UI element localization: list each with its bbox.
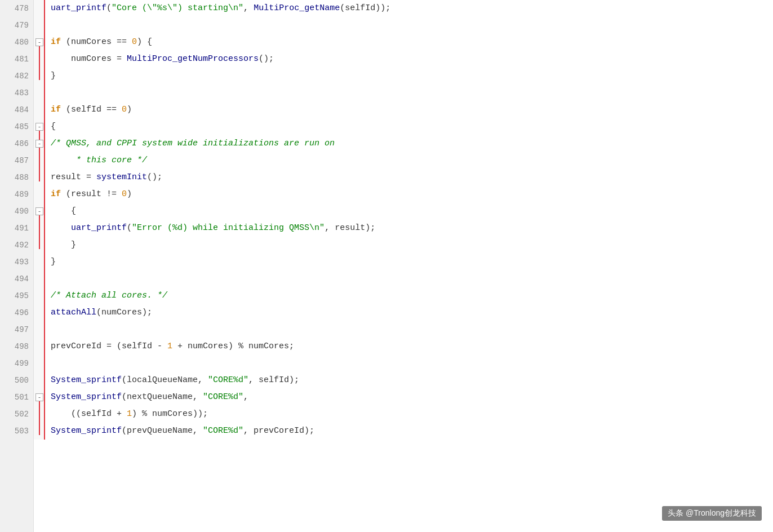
- token-kw: if: [51, 34, 61, 51]
- code-line: attachAll(numCores);: [51, 304, 773, 321]
- line-number: 492: [0, 237, 29, 254]
- code-line: /* QMSS, and CPPI system wide initializa…: [51, 135, 773, 152]
- line-number: 490: [0, 203, 29, 220]
- token-num: 0: [132, 34, 137, 51]
- code-line: if (result != 0): [51, 186, 773, 203]
- token-str: "Core (\": [112, 0, 157, 17]
- fold-marker[interactable]: -: [35, 140, 43, 148]
- token-plain: {: [51, 203, 76, 220]
- line-number: 500: [0, 372, 29, 389]
- fold-line: [39, 401, 40, 435]
- line-number: 485: [0, 118, 29, 135]
- watermark: 头条 @Tronlong创龙科技: [662, 506, 762, 521]
- token-cm: /* QMSS, and CPPI system wide initializa…: [51, 135, 335, 152]
- token-fn: attachAll: [51, 304, 96, 321]
- token-fn: MultiProc_getNumProcessors: [127, 51, 259, 68]
- code-line: [51, 85, 773, 101]
- token-plain: (numCores ==: [61, 34, 132, 51]
- line-number: 484: [0, 101, 29, 118]
- token-plain: ) % numCores));: [132, 406, 208, 423]
- code-line: if (selfId == 0): [51, 101, 773, 118]
- code-line: uart_printf("Core (\"%s\") starting\n", …: [51, 0, 773, 17]
- line-number: 498: [0, 338, 29, 355]
- fold-line: [39, 148, 40, 181]
- token-fn: uart_printf: [71, 220, 127, 237]
- code-line: }: [51, 254, 773, 271]
- line-number: 501: [0, 389, 29, 406]
- token-fn: MultiProc_getName: [254, 0, 340, 17]
- line-number: 496: [0, 304, 29, 321]
- fold-marker[interactable]: -: [35, 207, 43, 215]
- token-plain: , prevCoreId);: [243, 423, 314, 440]
- token-str: "Error (%d) while initializing QMSS\n": [132, 220, 325, 237]
- code-line: }: [51, 68, 773, 85]
- code-line: [51, 321, 773, 338]
- token-fn: System_sprintf: [51, 389, 122, 406]
- line-number: 486: [0, 135, 29, 152]
- fold-line: [39, 46, 40, 80]
- token-str: "CORE%d": [203, 423, 243, 440]
- code-line: [51, 271, 773, 287]
- line-number: 495: [0, 287, 29, 304]
- line-number: 488: [0, 169, 29, 186]
- token-plain: (localQueueName,: [122, 372, 208, 389]
- token-plain: + numCores) % numCores;: [172, 338, 294, 355]
- token-fn: uart_printf: [51, 0, 106, 17]
- line-number: 480: [0, 34, 29, 51]
- token-plain: ,: [243, 389, 248, 406]
- line-number: 497: [0, 321, 29, 338]
- code-editor: 4784794804814824834844854864874884894904…: [0, 0, 773, 532]
- line-number-gutter: 4784794804814824834844854864874884894904…: [0, 0, 34, 532]
- fold-marker[interactable]: -: [35, 123, 43, 131]
- token-plain: (numCores);: [96, 304, 152, 321]
- line-number: 483: [0, 85, 29, 101]
- fold-marker[interactable]: -: [35, 393, 43, 401]
- token-plain: (nextQueueName,: [122, 389, 203, 406]
- token-kw: if: [51, 186, 61, 203]
- line-number: 503: [0, 423, 29, 440]
- token-num: 1: [167, 338, 172, 355]
- token-plain: result =: [51, 169, 96, 186]
- code-area: uart_printf("Core (\"%s\") starting\n", …: [45, 0, 773, 532]
- code-line: [51, 355, 773, 372]
- code-line: System_sprintf(localQueueName, "CORE%d",…: [51, 372, 773, 389]
- code-line: /* Attach all cores. */: [51, 287, 773, 304]
- code-line: result = systemInit();: [51, 169, 773, 186]
- token-plain: }: [51, 68, 56, 85]
- code-line: uart_printf("Error (%d) while initializi…: [51, 220, 773, 237]
- fold-marker[interactable]: -: [35, 38, 43, 46]
- token-num: 1: [127, 406, 132, 423]
- line-number: 493: [0, 254, 29, 271]
- code-line: {: [51, 118, 773, 135]
- token-num: 0: [122, 101, 127, 118]
- code-line: System_sprintf(prevQueueName, "CORE%d", …: [51, 423, 773, 440]
- token-plain: , selfId);: [248, 372, 299, 389]
- fold-gutter[interactable]: -----: [34, 0, 45, 440]
- token-plain: [51, 220, 71, 237]
- token-plain: , result);: [325, 220, 375, 237]
- code-line: [51, 17, 773, 34]
- token-str: %s: [157, 0, 167, 17]
- token-plain: (selfId ==: [61, 101, 122, 118]
- line-number: 491: [0, 220, 29, 237]
- token-plain: (prevQueueName,: [122, 423, 203, 440]
- token-kw: if: [51, 101, 61, 118]
- token-plain: ): [127, 101, 132, 118]
- line-number: 478: [0, 0, 29, 17]
- token-str: "CORE%d": [208, 372, 248, 389]
- line-number: 487: [0, 152, 29, 169]
- line-number: 482: [0, 68, 29, 85]
- token-num: 0: [122, 186, 127, 203]
- line-number: 499: [0, 355, 29, 372]
- token-cm: * this core */: [51, 152, 147, 169]
- code-line: }: [51, 237, 773, 254]
- token-plain: ): [127, 186, 132, 203]
- code-line: System_sprintf(nextQueueName, "CORE%d",: [51, 389, 773, 406]
- token-plain: }: [51, 254, 56, 271]
- token-plain: ();: [147, 169, 162, 186]
- token-plain: {: [51, 118, 56, 135]
- line-number: 481: [0, 51, 29, 68]
- token-str: "CORE%d": [203, 389, 243, 406]
- line-number: 489: [0, 186, 29, 203]
- code-line: numCores = MultiProc_getNumProcessors();: [51, 51, 773, 68]
